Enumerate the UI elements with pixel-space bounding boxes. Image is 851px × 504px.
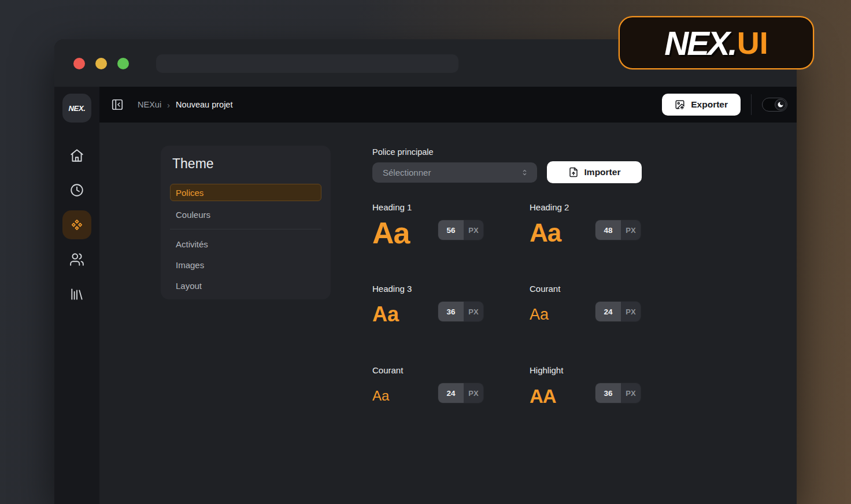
- users-icon: [69, 252, 84, 267]
- app-window: NEXui › Nouveau projet Exporter: [54, 39, 797, 504]
- font-size-input[interactable]: 24 PX: [595, 301, 641, 322]
- chevrons-up-down-icon: [520, 168, 529, 177]
- icon-sidebar: NEX.: [54, 87, 99, 504]
- main-content: Theme Polices Couleurs Activités Images …: [99, 123, 797, 504]
- breadcrumb: NEXui › Nouveau projet: [138, 100, 232, 110]
- theme-panel-title: Theme: [172, 156, 214, 172]
- font-sample: Aa: [372, 215, 409, 251]
- font-entry-name: Heading 2: [530, 202, 569, 212]
- font-sample: Aa: [372, 378, 389, 414]
- font-size-value[interactable]: 24: [438, 383, 464, 403]
- font-entry-name: Heading 3: [372, 284, 412, 294]
- font-entry-name: Heading 1: [372, 202, 412, 212]
- import-button-label: Importer: [584, 167, 621, 177]
- font-sample: AA: [530, 378, 556, 414]
- theme-nav-polices-label: Polices: [176, 188, 204, 198]
- font-size-unit: PX: [464, 220, 483, 240]
- history-icon: [69, 183, 84, 198]
- font-size-input[interactable]: 24 PX: [438, 383, 484, 403]
- font-size-value[interactable]: 36: [438, 302, 464, 321]
- brand-badge-primary: NEX.: [664, 24, 735, 62]
- panel-collapse-icon: [111, 98, 124, 111]
- font-entry-name: Courant: [530, 284, 560, 294]
- font-size-value[interactable]: 36: [595, 383, 621, 403]
- dark-mode-toggle[interactable]: [762, 98, 787, 112]
- library-icon: [69, 287, 84, 302]
- sidebar-logo: NEX.: [62, 94, 91, 123]
- font-size-unit: PX: [464, 383, 483, 403]
- font-entry-heading3: Heading 3 Aa 36 PX: [372, 284, 530, 337]
- import-button[interactable]: Importer: [547, 161, 642, 183]
- breadcrumb-root[interactable]: NEXui: [138, 100, 161, 109]
- font-size-unit: PX: [621, 220, 641, 240]
- theme-nav-activites[interactable]: Activités: [176, 239, 208, 249]
- font-size-unit: PX: [464, 302, 483, 321]
- font-sample: Aa: [372, 297, 399, 332]
- font-size-value[interactable]: 24: [595, 302, 621, 321]
- theme-nav-images[interactable]: Images: [176, 260, 204, 270]
- header-actions: Exporter: [662, 94, 787, 116]
- sidebar-item-theme-active[interactable]: [62, 210, 91, 239]
- moon-icon: [777, 101, 784, 108]
- font-size-value[interactable]: 48: [595, 220, 621, 240]
- export-image-icon: [675, 99, 685, 110]
- theme-nav-couleurs[interactable]: Couleurs: [176, 210, 210, 220]
- font-entry-highlight: Highlight AA 36 PX: [530, 365, 687, 418]
- sidebar-item-library[interactable]: [69, 287, 84, 302]
- sidebar-item-users[interactable]: [69, 252, 84, 267]
- font-size-input[interactable]: 48 PX: [595, 220, 641, 240]
- header-divider: [751, 94, 752, 115]
- address-bar[interactable]: [156, 54, 458, 73]
- breadcrumb-current: Nouveau projet: [176, 100, 232, 109]
- theme-panel: Theme Polices Couleurs Activités Images …: [161, 146, 331, 299]
- font-entry-courant-2: Courant Aa 24 PX: [372, 365, 530, 418]
- close-window-button[interactable]: [73, 58, 85, 69]
- font-size-value[interactable]: 56: [438, 220, 464, 240]
- theme-panel-divider: [170, 229, 321, 229]
- font-size-unit: PX: [621, 302, 641, 321]
- file-upload-icon: [568, 167, 579, 177]
- font-entry-heading2: Heading 2 Aa 48 PX: [530, 202, 687, 255]
- font-entry-courant: Courant Aa 24 PX: [530, 284, 687, 337]
- font-size-input[interactable]: 36 PX: [438, 301, 484, 322]
- font-select-placeholder: Sélectionner: [383, 168, 431, 177]
- dark-mode-toggle-knob: [775, 99, 786, 110]
- font-size-input[interactable]: 36 PX: [595, 383, 641, 403]
- font-size-unit: PX: [621, 383, 641, 403]
- font-size-input[interactable]: 56 PX: [438, 220, 484, 240]
- font-entry-name: Highlight: [530, 365, 563, 375]
- font-sample: Aa: [530, 215, 561, 251]
- primary-font-label: Police principale: [372, 147, 434, 157]
- maximize-window-button[interactable]: [117, 58, 129, 69]
- minimize-window-button[interactable]: [95, 58, 107, 69]
- font-entry-heading1: Heading 1 Aa 56 PX: [372, 202, 530, 255]
- sidebar-item-home[interactable]: [69, 148, 84, 163]
- brand-badge: NEX. UI: [619, 16, 814, 69]
- font-select[interactable]: Sélectionner: [372, 162, 537, 183]
- theme-nav-polices[interactable]: Polices: [170, 184, 321, 201]
- sidebar-item-history[interactable]: [69, 183, 84, 198]
- sidebar-collapse-button[interactable]: [111, 98, 124, 111]
- font-entry-name: Courant: [372, 365, 403, 375]
- export-button[interactable]: Exporter: [662, 94, 741, 116]
- brand-badge-secondary: UI: [737, 25, 768, 61]
- font-sample: Aa: [530, 297, 549, 332]
- theme-nav-layout[interactable]: Layout: [176, 281, 202, 291]
- app-header: NEXui › Nouveau projet Exporter: [99, 87, 797, 123]
- home-icon: [69, 148, 84, 163]
- theme-shapes-icon: [69, 217, 84, 232]
- export-button-label: Exporter: [691, 99, 728, 110]
- breadcrumb-separator-icon: ›: [167, 100, 170, 110]
